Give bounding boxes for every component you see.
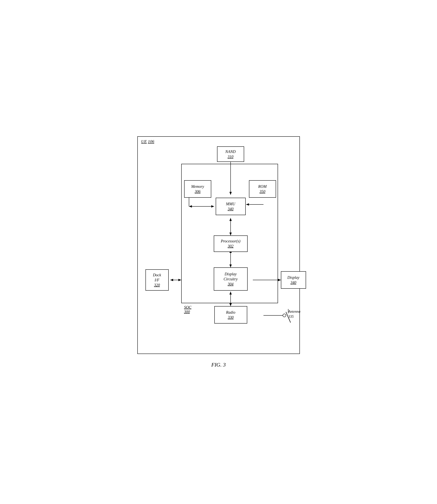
mmu-label: MMU: [226, 201, 235, 206]
svg-marker-17: [229, 303, 232, 306]
figure-label: FIG. 3: [137, 362, 300, 368]
dock-label: DockI/F: [153, 272, 161, 282]
antenna-label-text: Antenna: [288, 309, 300, 313]
mmu-box: MMU 340: [216, 198, 246, 215]
soc-label: SOC 300: [184, 305, 191, 314]
diagram: NAND 310 SOC 300 Memory 306 ROM 350: [144, 143, 294, 346]
processor-box: Processor(s) 302: [214, 236, 248, 252]
ue-outer-box: UE 106: [137, 136, 300, 354]
svg-marker-22: [178, 279, 181, 281]
rom-box: ROM 350: [249, 180, 276, 198]
display-label: Display: [287, 275, 299, 280]
radio-box: Radio 330: [214, 306, 247, 324]
nand-label: NAND: [225, 149, 236, 154]
display-circuitry-label: DisplayCircuitry: [224, 271, 238, 281]
svg-point-24: [283, 314, 286, 317]
memory-box: Memory 306: [184, 180, 211, 198]
memory-label: Memory: [191, 184, 204, 189]
display-box: Display 340: [281, 271, 306, 289]
rom-label: ROM: [258, 184, 267, 189]
mmu-ref: 340: [228, 206, 233, 211]
soc-label-text: SOC: [184, 305, 191, 309]
display-ref: 340: [290, 280, 296, 285]
processor-ref: 302: [228, 244, 233, 249]
dock-box: DockI/F 320: [146, 269, 169, 291]
antenna-label: Antenna 335: [288, 309, 300, 319]
page-container: UE 106: [131, 131, 306, 374]
radio-label: Radio: [226, 310, 235, 315]
display-circuitry-ref: 304: [228, 281, 233, 287]
rom-ref: 350: [260, 189, 265, 194]
svg-marker-19: [278, 279, 281, 281]
soc-ref: 300: [184, 310, 190, 314]
radio-ref: 330: [228, 315, 234, 320]
nand-box: NAND 310: [217, 146, 244, 162]
fig-label-text: FIG. 3: [211, 362, 226, 368]
antenna-ref: 335: [288, 314, 294, 319]
processor-label: Processor(s): [221, 238, 240, 244]
svg-marker-21: [170, 279, 173, 281]
memory-ref: 306: [195, 189, 201, 194]
display-circuitry-box: DisplayCircuitry 304: [214, 267, 248, 291]
dock-ref: 320: [154, 282, 160, 288]
nand-ref: 310: [228, 154, 233, 159]
